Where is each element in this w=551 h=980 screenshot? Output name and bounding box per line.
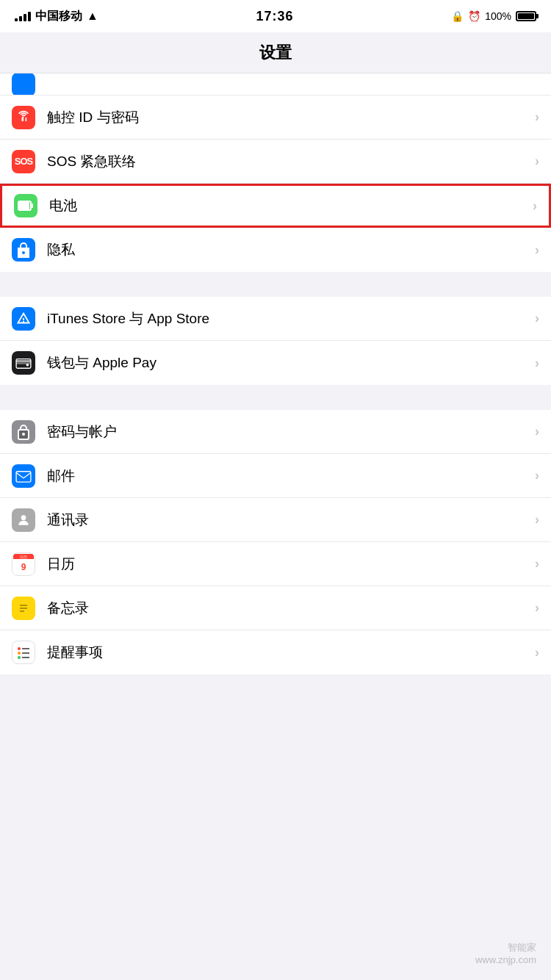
reminders-icon-svg [15, 644, 32, 661]
appstore-chevron: › [535, 311, 539, 326]
privacy-item[interactable]: 隐私 › [0, 228, 551, 272]
svg-point-9 [21, 515, 26, 520]
mail-chevron: › [535, 468, 539, 483]
mail-icon [12, 464, 35, 488]
lock-icon: 🔒 [451, 10, 464, 22]
notes-icon [12, 597, 35, 620]
wallet-label: 钱包与 Apple Pay [47, 353, 535, 372]
battery-icon-svg [18, 201, 34, 211]
reminders-item[interactable]: 提醒事项 › [0, 630, 551, 674]
signal-bars [15, 11, 31, 21]
touch-id-item[interactable]: 触控 ID 与密码 › [0, 96, 551, 140]
passwords-chevron: › [535, 424, 539, 439]
status-left: 中国移动 ▲ [15, 9, 98, 24]
partial-icon [12, 73, 35, 96]
mail-icon-svg [15, 469, 32, 483]
privacy-chevron: › [535, 242, 539, 258]
notes-label: 备忘录 [47, 599, 535, 618]
privacy-icon-svg [16, 242, 31, 258]
sos-item[interactable]: SOS SOS 紧急联络 › [0, 140, 551, 184]
contacts-icon-svg [16, 513, 31, 527]
svg-text:日历: 日历 [20, 555, 27, 559]
passwords-item[interactable]: 密码与帐户 › [0, 410, 551, 454]
battery-fill [518, 13, 534, 19]
page-title: 设置 [259, 42, 292, 64]
calendar-chevron: › [535, 556, 539, 572]
calendar-label: 日历 [47, 555, 535, 574]
battery-item[interactable]: 电池 › [0, 184, 551, 228]
contacts-icon [12, 508, 35, 532]
passwords-icon-svg [17, 424, 30, 440]
carrier-label: 中国移动 [35, 9, 82, 24]
sos-icon: SOS [12, 150, 35, 173]
sos-chevron: › [535, 154, 539, 169]
reminders-icon [12, 641, 35, 664]
svg-point-5 [26, 364, 29, 367]
privacy-label: 隐私 [47, 240, 535, 259]
calendar-item[interactable]: 9 日历 日历 › [0, 542, 551, 586]
wifi-icon: ▲ [87, 10, 98, 23]
privacy-icon [12, 238, 35, 262]
status-right: 🔒 ⏰ 100% [451, 10, 536, 22]
notes-chevron: › [535, 600, 539, 616]
battery-indicator [516, 11, 536, 21]
contacts-chevron: › [535, 512, 539, 527]
settings-group-3: 密码与帐户 › 邮件 › 通讯录 › 9 日历 [0, 410, 551, 674]
svg-rect-2 [31, 203, 33, 208]
passwords-label: 密码与帐户 [47, 422, 535, 442]
mail-label: 邮件 [47, 466, 535, 486]
nav-bar: 设置 [0, 32, 551, 73]
mail-item[interactable]: 邮件 › [0, 454, 551, 498]
touch-id-label: 触控 ID 与密码 [47, 108, 535, 127]
status-bar: 中国移动 ▲ 17:36 🔒 ⏰ 100% [0, 0, 551, 32]
touch-id-icon [12, 106, 35, 129]
partial-item [0, 73, 551, 96]
wallet-chevron: › [535, 356, 539, 371]
fingerprint-svg [16, 110, 31, 125]
signal-bar-4 [28, 12, 31, 21]
battery-icon [516, 11, 536, 21]
group-separator-2 [0, 385, 551, 410]
svg-rect-8 [16, 471, 31, 481]
svg-text:9: 9 [21, 562, 26, 572]
battery-label: 电池 [49, 196, 533, 215]
signal-bar-3 [24, 14, 26, 21]
watermark: 智能家www.znjp.com [475, 941, 536, 965]
notes-icon-svg [16, 600, 31, 616]
appstore-item[interactable]: iTunes Store 与 App Store › [0, 297, 551, 341]
svg-point-18 [18, 647, 21, 650]
appstore-icon-svg [15, 311, 32, 327]
calendar-icon-svg: 9 日历 [13, 554, 34, 574]
signal-bar-1 [15, 18, 18, 21]
signal-bar-2 [19, 16, 22, 21]
calendar-icon: 9 日历 [12, 552, 35, 576]
touch-id-chevron: › [535, 109, 539, 125]
status-time: 17:36 [256, 9, 293, 24]
appstore-icon [12, 307, 35, 331]
battery-chevron: › [533, 198, 537, 214]
alarm-icon: ⏰ [468, 10, 480, 22]
settings-group-1: 触控 ID 与密码 › SOS SOS 紧急联络 › 电池 › 隐私 › [0, 96, 551, 272]
group-separator-1 [0, 272, 551, 297]
wallet-icon-svg [15, 356, 32, 370]
svg-point-7 [22, 433, 25, 436]
svg-point-19 [18, 652, 21, 655]
appstore-label: iTunes Store 与 App Store [47, 309, 535, 328]
contacts-label: 通讯录 [47, 511, 535, 530]
reminders-label: 提醒事项 [47, 643, 535, 662]
battery-percent: 100% [485, 10, 511, 22]
notes-item[interactable]: 备忘录 › [0, 586, 551, 630]
passwords-icon [12, 420, 35, 444]
contacts-item[interactable]: 通讯录 › [0, 498, 551, 542]
svg-rect-1 [19, 202, 29, 209]
battery-icon-item [14, 194, 37, 217]
svg-rect-4 [16, 361, 31, 364]
settings-group-2: iTunes Store 与 App Store › 钱包与 Apple Pay… [0, 297, 551, 385]
reminders-chevron: › [535, 645, 539, 660]
sos-label: SOS 紧急联络 [47, 152, 535, 171]
svg-point-20 [18, 656, 21, 659]
wallet-icon [12, 351, 35, 375]
wallet-item[interactable]: 钱包与 Apple Pay › [0, 341, 551, 385]
